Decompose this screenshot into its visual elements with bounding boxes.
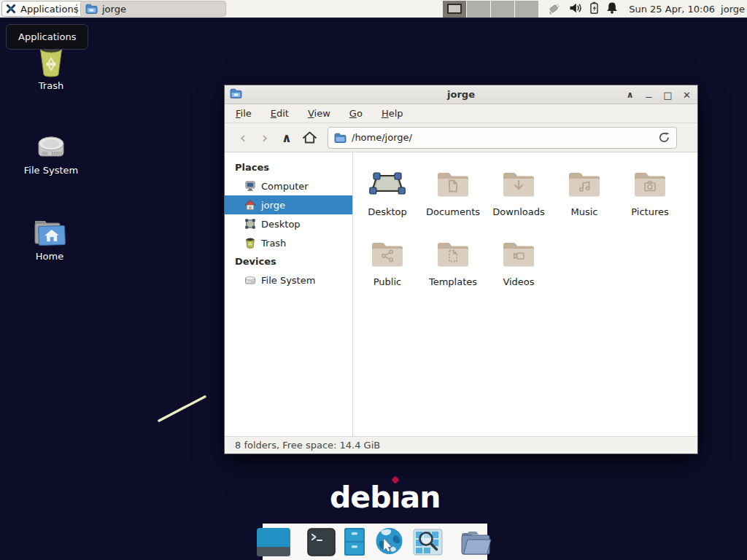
system-tray xyxy=(547,0,618,18)
devices-header: Devices xyxy=(225,252,352,271)
workspace-window-preview xyxy=(447,4,462,14)
sidebar-item-label: Trash xyxy=(261,238,286,249)
menu-edit[interactable]: Edit xyxy=(271,108,289,119)
volume-icon[interactable] xyxy=(569,2,582,17)
desktop-special-icon xyxy=(369,163,406,205)
dock-terminal-button[interactable] xyxy=(307,528,336,556)
close-button[interactable]: ✕ xyxy=(681,90,693,101)
desktop-icon-label: File System xyxy=(24,165,78,176)
drive-icon xyxy=(244,274,256,286)
folder-label: Music xyxy=(571,206,598,217)
sidebar-item-file-system[interactable]: File System xyxy=(225,271,352,289)
folder-item-pictures[interactable]: Pictures xyxy=(617,163,683,233)
workspace-2[interactable] xyxy=(467,1,491,18)
home-button[interactable] xyxy=(298,131,321,144)
trash-icon xyxy=(244,237,256,249)
desktop-icon-file-system[interactable]: File System xyxy=(16,125,86,176)
sidebar-item-desktop[interactable]: Desktop xyxy=(225,214,352,233)
folder-item-public[interactable]: Public xyxy=(355,233,420,303)
wordmark-post: an xyxy=(400,480,441,515)
workspace-4[interactable] xyxy=(515,1,539,18)
public-folder-icon xyxy=(370,233,405,275)
forward-button[interactable]: › xyxy=(254,129,276,147)
terminal-icon xyxy=(307,528,336,556)
folder-item-videos[interactable]: Videos xyxy=(486,233,551,303)
folder-label: Public xyxy=(374,276,401,287)
folder-icon xyxy=(334,133,347,143)
up-button[interactable]: ∧ xyxy=(276,129,298,147)
pictures-folder-icon xyxy=(632,163,667,205)
music-folder-icon xyxy=(567,163,602,205)
workspace-3[interactable] xyxy=(491,1,515,18)
home-icon xyxy=(244,199,256,211)
workspace-1[interactable] xyxy=(443,1,467,18)
drive-icon xyxy=(34,125,69,162)
menu-view[interactable]: View xyxy=(308,108,330,119)
home-folder-icon xyxy=(31,211,68,248)
folder-item-documents[interactable]: Documents xyxy=(420,163,486,233)
path-bar[interactable]: /home/jorge/ xyxy=(328,127,677,149)
panel-handle[interactable] xyxy=(75,3,78,18)
sidebar-item-jorge[interactable]: jorge xyxy=(225,195,352,214)
minimize-button[interactable]: ─ xyxy=(643,89,655,101)
folder-item-desktop[interactable]: Desktop xyxy=(355,163,420,233)
notification-bell-icon[interactable] xyxy=(606,1,618,17)
panel-user-menu[interactable]: jorge xyxy=(721,0,745,18)
home-icon xyxy=(302,131,317,144)
computer-icon xyxy=(244,180,256,192)
applications-menu-label: Applications xyxy=(20,4,78,15)
menu-go[interactable]: Go xyxy=(349,108,363,119)
file-manager-folder-icon xyxy=(459,528,494,556)
sidebar-item-computer[interactable]: Computer xyxy=(225,176,352,195)
folder-label: Downloads xyxy=(492,206,544,217)
network-plug-icon[interactable] xyxy=(547,1,562,18)
file-cabinet-icon xyxy=(344,527,365,556)
file-manager-window: jorge ∧ ─ □ ✕ File Edit View Go Help ‹ ›… xyxy=(224,85,698,454)
show-desktop-icon xyxy=(256,527,291,557)
desktop-icon-label: Trash xyxy=(39,80,63,91)
applications-menu-button[interactable]: Applications xyxy=(1,1,84,17)
workspace-switcher xyxy=(443,1,539,18)
dock-file-manager-button[interactable] xyxy=(459,528,494,556)
back-button[interactable]: ‹ xyxy=(232,129,254,147)
dock-web-browser-button[interactable] xyxy=(374,526,405,558)
shade-button[interactable]: ∧ xyxy=(624,90,636,100)
templates-folder-icon xyxy=(436,233,471,275)
folder-label: Templates xyxy=(429,276,477,287)
app-finder-icon xyxy=(413,529,443,556)
reload-button[interactable] xyxy=(658,131,670,144)
desktop: Trash File System Home xyxy=(0,0,747,560)
sidebar-item-trash[interactable]: Trash xyxy=(225,233,352,252)
battery-icon[interactable] xyxy=(589,1,599,18)
menu-help[interactable]: Help xyxy=(382,108,403,119)
desktop-icon-label: Home xyxy=(36,251,63,262)
dock-file-cabinet-button[interactable] xyxy=(344,527,365,556)
window-titlebar[interactable]: jorge ∧ ─ □ ✕ xyxy=(225,85,697,104)
folder-item-templates[interactable]: Templates xyxy=(420,233,486,303)
sidebar-item-label: Desktop xyxy=(261,219,301,230)
path-text[interactable]: /home/jorge/ xyxy=(352,132,658,143)
desktop-icon-home[interactable]: Home xyxy=(15,211,85,262)
top-panel: Applications jorge xyxy=(0,0,747,18)
taskbar-window-label: jorge xyxy=(102,4,126,15)
menubar: File Edit View Go Help xyxy=(225,104,697,123)
dock-show-desktop-button[interactable] xyxy=(256,527,291,557)
downloads-folder-icon xyxy=(501,163,536,205)
wordmark-i: ı xyxy=(391,480,400,515)
videos-folder-icon xyxy=(501,233,536,275)
sidebar: Places Computer jorge xyxy=(225,152,353,436)
desktop-icon xyxy=(244,218,256,230)
dock-app-finder-button[interactable] xyxy=(413,529,443,556)
folder-item-downloads[interactable]: Downloads xyxy=(486,163,551,233)
folder-icon xyxy=(85,4,98,14)
stray-line-artifact xyxy=(152,391,212,427)
sidebar-item-label: File System xyxy=(261,275,315,286)
panel-clock[interactable]: Sun 25 Apr, 10:06 xyxy=(629,0,715,18)
maximize-button[interactable]: □ xyxy=(662,90,674,101)
taskbar-window-button[interactable]: jorge xyxy=(80,1,226,17)
reload-icon xyxy=(658,131,670,144)
folder-item-music[interactable]: Music xyxy=(551,163,617,233)
menu-file[interactable]: File xyxy=(236,108,252,119)
wordmark-pre: deb xyxy=(330,480,391,515)
folder-label: Desktop xyxy=(368,206,407,217)
